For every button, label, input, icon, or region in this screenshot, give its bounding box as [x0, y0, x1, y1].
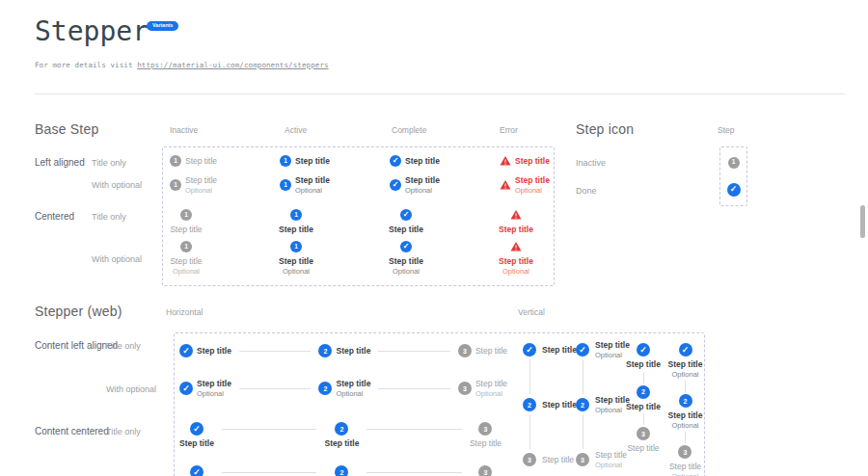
row-sub-label-title-only-2: Title only — [92, 212, 126, 222]
row-sub-label-with-optional: With optional — [92, 180, 142, 190]
step-connector — [529, 414, 530, 449]
step: 2Step title — [318, 344, 370, 357]
step-title: Step title — [389, 256, 423, 267]
step-label: Step title — [324, 438, 359, 449]
step-number-icon: 3 — [478, 465, 492, 476]
step-title: Step title — [279, 225, 313, 235]
page-title: Stepper — [35, 15, 149, 47]
step: 2Step titleOptional — [668, 394, 703, 430]
row-sub-label-title-only: Title only — [92, 158, 126, 168]
step-label: Step title — [542, 400, 577, 410]
scrollbar-thumb[interactable] — [860, 205, 865, 238]
step: 3Step titleOptional — [576, 453, 630, 466]
step: 3Step title — [458, 344, 507, 357]
step-label: Step title — [515, 156, 550, 167]
step: 3Step titleOptional — [458, 379, 507, 398]
step-title: Step title — [336, 379, 370, 389]
v-stepper-centered-optional: ✓Step titleOptional2Step titleOptional3S… — [664, 343, 707, 476]
step-icon-row-label-inactive: Inactive — [576, 158, 606, 168]
step-title: Step title — [668, 410, 703, 421]
step-connector — [583, 414, 583, 449]
step-connector — [378, 351, 450, 352]
step-title: Step title — [668, 359, 703, 370]
step-sample-inactive: 1Step title — [170, 209, 203, 235]
step-label: Step titleOptional — [197, 379, 231, 398]
base-row-centered-optional: 1Step titleOptional1Step titleOptional✓S… — [170, 241, 610, 276]
step-label: Step titleOptional — [668, 410, 703, 430]
column-header-inactive: Inactive — [170, 125, 198, 135]
step-number-icon: 3 — [576, 453, 589, 466]
step-title: Step title — [542, 345, 577, 356]
step-title: Step title — [627, 443, 659, 454]
step-number-icon: 2 — [576, 398, 589, 411]
base-row-left-optional: 1Step titleOptional1Step titleOptional✓S… — [170, 175, 610, 195]
step-title: Step title — [626, 402, 661, 412]
step-number-icon: 2 — [523, 398, 536, 411]
step: ✓Step titleOptional — [179, 379, 231, 398]
step-label: Step titleOptional — [405, 175, 440, 195]
step-label: Step title — [470, 438, 502, 449]
row-group-label-left-aligned: Left aligned — [35, 157, 85, 168]
step-optional-label: Optional — [672, 472, 699, 476]
step-title: Step title — [405, 156, 440, 167]
row-sub-label-web-title-only-2: Title only — [106, 427, 141, 436]
step-optional-label: Optional — [475, 389, 507, 398]
step-connector — [643, 413, 644, 425]
step-optional-label: Optional — [336, 389, 370, 398]
variants-badge: Variants — [147, 21, 178, 31]
step-number-icon: 3 — [637, 427, 650, 440]
step: 3Step title — [470, 422, 502, 449]
v-stepper-centered-title: ✓Step title2Step title3Step title — [622, 343, 665, 454]
step-title: Step title — [170, 225, 202, 235]
base-step-heading: Base Step — [35, 121, 98, 137]
check-icon: ✓ — [390, 179, 401, 191]
column-header-error: Error — [500, 125, 518, 135]
base-row-centered-title: 1Step title1Step title✓Step titleStep ti… — [170, 209, 610, 235]
step-label: Step title — [499, 225, 533, 235]
step-number-icon: 2 — [637, 385, 650, 399]
step-label: Step titleOptional — [336, 379, 370, 398]
step-title: Step title — [185, 175, 217, 186]
step-optional-label: Optional — [393, 267, 420, 276]
step-title: Step title — [626, 359, 661, 370]
step-connector — [378, 388, 450, 389]
step-title: Step title — [170, 256, 202, 267]
step-title: Step title — [405, 175, 440, 186]
step-label: Step titleOptional — [389, 256, 423, 276]
step-label: Step titleOptional — [185, 175, 217, 195]
section-divider — [35, 93, 845, 94]
step-title: Step title — [515, 175, 550, 186]
subtitle-text: For more details visit — [35, 61, 137, 69]
step-title: Step title — [185, 156, 217, 167]
check-icon: ✓ — [400, 209, 412, 221]
step: ✓Step title — [179, 344, 231, 357]
step-label: Step title — [405, 156, 440, 167]
check-icon: ✓ — [179, 382, 193, 395]
step-label: Step title — [542, 455, 574, 465]
warning-icon — [510, 209, 522, 221]
step: ✓Step titleOptional — [179, 465, 214, 476]
column-header-complete: Complete — [392, 125, 426, 135]
step-label: Step title — [626, 402, 661, 412]
step-title: Step title — [336, 346, 370, 357]
row-sub-label-web-title-only: Title only — [106, 341, 141, 351]
step-label: Step titleOptional — [475, 379, 507, 398]
step-label: Step title — [197, 346, 231, 357]
step-number-icon: 3 — [458, 382, 472, 395]
step-sample-error: Step titleOptional — [500, 241, 532, 276]
step-connector — [222, 429, 317, 430]
step-number-icon: 1 — [728, 157, 740, 169]
step-optional-label: Optional — [672, 421, 699, 430]
step-title: Step title — [179, 438, 214, 449]
docs-link[interactable]: https://material-ui.com/components/stepp… — [137, 61, 328, 69]
step-label: Step title — [336, 346, 370, 357]
step: ✓Step title — [523, 343, 577, 357]
step-title: Step title — [542, 455, 574, 465]
step-title: Step title — [279, 256, 313, 267]
step-sample-active: 1Step titleOptional — [280, 175, 390, 195]
step-sample-inactive: 1Step titleOptional — [170, 241, 203, 276]
step-title: Step title — [499, 225, 533, 235]
step: 2Step title — [626, 385, 661, 412]
step-title: Step title — [197, 379, 231, 389]
check-icon: ✓ — [179, 344, 193, 357]
